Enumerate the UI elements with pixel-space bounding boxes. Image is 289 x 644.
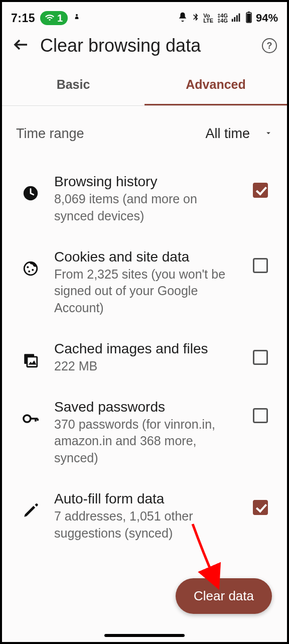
svg-rect-4	[239, 14, 240, 22]
svg-rect-2	[234, 17, 235, 22]
page-title: Clear browsing data	[40, 35, 252, 56]
tab-basic[interactable]: Basic	[2, 65, 144, 105]
svg-rect-1	[232, 19, 233, 22]
battery-icon	[245, 11, 253, 25]
help-button[interactable]: ?	[262, 38, 277, 53]
pencil-icon	[22, 502, 39, 519]
row-subtitle: 370 passwords (for vinron.in, amazon.in …	[54, 416, 239, 467]
svg-rect-13	[27, 357, 37, 367]
app-bar: Clear browsing data ?	[2, 30, 287, 65]
options-list: Browsing history 8,069 items (and more o…	[2, 162, 287, 554]
row-title: Saved passwords	[54, 399, 239, 415]
bluetooth-icon	[191, 12, 200, 25]
svg-point-11	[32, 269, 34, 271]
checkbox-cached[interactable]	[253, 350, 268, 365]
svg-rect-7	[248, 12, 250, 13]
svg-rect-3	[236, 15, 238, 22]
signal-icon	[231, 12, 242, 25]
nav-handle[interactable]	[104, 634, 185, 637]
row-browsing-history[interactable]: Browsing history 8,069 items (and more o…	[2, 162, 287, 237]
clear-data-button[interactable]: Clear data	[176, 578, 272, 614]
row-subtitle: 8,069 items (and more on synced devices)	[54, 191, 239, 225]
svg-point-10	[28, 270, 30, 272]
time-range-label: Time range	[16, 126, 205, 142]
time-range-row[interactable]: Time range All time	[2, 106, 287, 162]
svg-point-9	[27, 266, 29, 268]
wifi-pill: 1	[40, 11, 68, 25]
wifi-icon	[45, 14, 54, 23]
checkbox-autofill[interactable]	[253, 500, 268, 515]
row-title: Cached images and files	[54, 341, 239, 357]
row-title: Auto-fill form data	[54, 491, 239, 507]
row-cached[interactable]: Cached images and files 222 MB	[2, 329, 287, 387]
status-bar: 7:15 1 VoLTE ‡4G‡4G 94%	[2, 2, 287, 30]
checkbox-cookies[interactable]	[253, 258, 268, 273]
battery-percent: 94%	[256, 12, 278, 25]
row-autofill[interactable]: Auto-fill form data 7 addresses, 1,051 o…	[2, 479, 287, 554]
svg-point-0	[76, 14, 78, 16]
cookie-icon	[22, 260, 39, 277]
wifi-count: 1	[57, 13, 63, 24]
tab-advanced[interactable]: Advanced	[144, 65, 287, 105]
back-button[interactable]	[12, 36, 30, 56]
arrow-left-icon	[12, 36, 30, 54]
row-title: Cookies and site data	[54, 249, 239, 265]
volte-icon: VoLTE	[203, 13, 213, 23]
status-time: 7:15	[11, 12, 35, 25]
row-subtitle: 7 addresses, 1,051 other suggestions (sy…	[54, 508, 239, 542]
key-icon	[22, 410, 39, 427]
row-subtitle: 222 MB	[54, 358, 239, 375]
clock-icon	[22, 185, 39, 202]
time-range-value: All time	[205, 126, 250, 142]
row-subtitle: From 2,325 sites (you won't be signed ou…	[54, 266, 239, 317]
row-passwords[interactable]: Saved passwords 370 passwords (for vinro…	[2, 387, 287, 479]
tabs: Basic Advanced	[2, 65, 287, 106]
checkbox-passwords[interactable]	[253, 408, 268, 423]
row-cookies[interactable]: Cookies and site data From 2,325 sites (…	[2, 237, 287, 329]
chevron-down-icon	[264, 128, 273, 140]
checkbox-browsing-history[interactable]	[253, 183, 268, 198]
image-icon	[22, 352, 39, 369]
row-title: Browsing history	[54, 174, 239, 190]
hotspot-icon	[73, 12, 81, 25]
mute-icon	[177, 12, 188, 25]
svg-point-15	[24, 415, 31, 422]
network-icon: ‡4G‡4G	[217, 13, 228, 23]
svg-rect-6	[247, 14, 251, 22]
